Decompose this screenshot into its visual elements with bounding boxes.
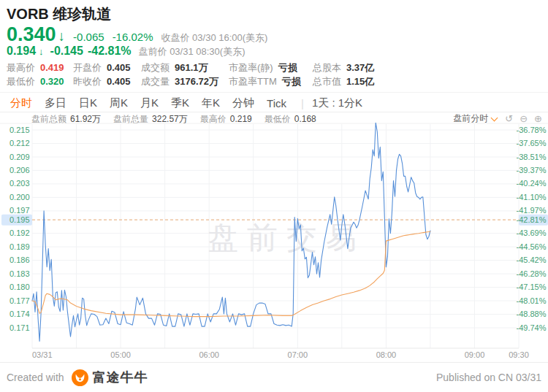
stats-row-1: 最高价0.419 开盘价0.405 成交额961.1万 市盈率(静)亏损 总股本… [7, 61, 548, 74]
y-axis-label-right: -44.56% [517, 242, 547, 251]
y-axis-label-left: 0.200 [9, 193, 30, 201]
y-axis-label-left: 0.183 [9, 269, 30, 278]
futu-brand-name: 富途牛牛 [93, 369, 148, 386]
premarket-price-label: 盘前价 03/31 08:30(美东) [139, 45, 246, 58]
y-axis-label-right: -42.81% [517, 215, 547, 224]
y-axis-label-left: 0.206 [9, 166, 30, 174]
tab-multi-day[interactable]: 多日 [45, 96, 66, 110]
close-price: 0.340 [7, 23, 56, 46]
y-axis-label-right: -41.97% [517, 206, 547, 215]
created-with-label: Created with [7, 372, 64, 383]
x-axis-label: 09:30 [509, 350, 529, 359]
y-axis-label-left: 0.209 [9, 153, 30, 161]
chevron-down-icon [491, 114, 498, 121]
y-axis-label-left: 0.212 [9, 139, 30, 147]
y-axis-label-left: 0.171 [9, 323, 30, 332]
stat-open: 开盘价0.405 [73, 61, 141, 74]
stock-detail-page: { "header": { "title": "VORB 维珍轨道", "clo… [0, 0, 548, 392]
y-axis-label-right: -36.78% [517, 126, 547, 134]
y-axis-label-right: -48.88% [517, 310, 547, 318]
stat-pe-ttm: 市盈率TTM亏损 [229, 75, 313, 88]
stat-high: 最高价0.419 [7, 61, 73, 74]
down-arrow-icon: ↓ [58, 28, 66, 45]
stat-low: 最低价0.320 [7, 75, 73, 88]
close-change-pct: -16.02% [113, 31, 153, 43]
published-label: Published on CN 03/31 [436, 372, 541, 383]
premarket-price-row: 0.194 ↓ -0.145 -42.81% 盘前价 03/31 08:30(美… [7, 45, 245, 58]
y-axis-label-left: 0.186 [9, 255, 30, 264]
y-axis-label-right: -38.51% [517, 153, 547, 161]
tab-intraday[interactable]: 分时 [10, 96, 32, 110]
premarket-change: -0.145 [50, 45, 83, 58]
x-axis-label: 08:00 [376, 350, 397, 359]
stat-prev-close: 昨收价0.405 [73, 75, 141, 88]
tab-monthly-k[interactable]: 月K [140, 96, 159, 110]
tab-tick[interactable]: Tick [267, 97, 286, 109]
chart-period-tabs: 分时 多日 日K 周K 月K 季K 年K 分钟 Tick | 1天 : 1分K [0, 95, 548, 112]
x-axis-label: 03/31 [32, 350, 53, 359]
y-axis-label-left: 0.215 [9, 126, 30, 134]
tab-quarterly-k[interactable]: 季K [171, 96, 189, 110]
stock-title: VORB 维珍轨道 [7, 4, 111, 24]
y-axis-label-left: 0.189 [9, 242, 30, 251]
period-indicator[interactable]: 1天 : 1分K [312, 96, 362, 110]
y-axis-label-right: -40.24% [517, 179, 547, 188]
y-axis-label-right: -37.65% [517, 139, 547, 147]
y-axis-label-left: 0.177 [9, 296, 30, 305]
tab-yearly-k[interactable]: 年K [202, 96, 220, 110]
down-arrow-small-icon: ↓ [39, 46, 44, 57]
y-axis-label-left: 0.203 [9, 179, 30, 188]
tabs-divider: | [301, 97, 304, 109]
y-axis-label-right: -43.69% [517, 228, 547, 237]
y-axis-label-right: -46.28% [517, 269, 547, 278]
stats-row-2: 最低价0.320 昨收价0.405 成交量3176.72万 市盈率TTM亏损 总… [7, 74, 548, 88]
y-axis-label-left: 0.174 [9, 310, 30, 318]
futu-logo-icon [72, 369, 88, 386]
y-axis-label-right: -41.10% [517, 193, 547, 201]
tab-daily-k[interactable]: 日K [79, 96, 97, 110]
stat-volume: 成交量3176.72万 [141, 75, 229, 88]
x-axis-label: 09:00 [465, 350, 485, 359]
close-price-row: 0.340 ↓ -0.065 -16.02% 收盘价 03/30 16:00(美… [7, 23, 267, 46]
key-stats-table: 最高价0.419 开盘价0.405 成交额961.1万 市盈率(静)亏损 总股本… [7, 61, 548, 88]
x-axis-label: 05:00 [110, 350, 131, 359]
x-axis-label: 06:00 [199, 350, 219, 359]
y-axis-label-right: -49.74% [517, 323, 547, 332]
stats-divider [0, 92, 548, 93]
tab-weekly-k[interactable]: 周K [110, 96, 128, 110]
y-axis-label-right: -48.01% [517, 296, 547, 305]
y-axis-label-right: -39.37% [517, 166, 547, 174]
premarket-change-pct: -42.81% [88, 45, 132, 58]
stat-pe-static: 市盈率(静)亏损 [229, 61, 313, 74]
stat-total-shares: 总股本3.37亿 [313, 61, 548, 74]
premarket-price: 0.194 [7, 45, 36, 58]
y-axis-label-left: 0.195 [9, 215, 30, 224]
x-axis-label: 07:00 [288, 350, 308, 359]
close-price-label: 收盘价 03/30 16:00(美东) [161, 31, 268, 45]
y-axis-label-left: 0.192 [9, 228, 30, 237]
y-axis-label-right: -45.42% [517, 255, 547, 264]
y-axis-label-left: 0.180 [9, 283, 30, 291]
y-axis-label-left: 0.197 [9, 206, 30, 215]
stat-market-cap: 总市值1.15亿 [313, 75, 548, 88]
close-change: -0.065 [73, 31, 104, 43]
intraday-chart[interactable]: 盘前交易0.215-36.78%0.212-37.65%0.209-38.51%… [0, 123, 548, 362]
stat-turnover: 成交额961.1万 [141, 61, 229, 74]
footer: Created with 富途牛牛 Published on CN 03/31 [0, 362, 548, 392]
tab-minute[interactable]: 分钟 [232, 96, 254, 110]
y-axis-label-right: -47.15% [517, 283, 547, 291]
